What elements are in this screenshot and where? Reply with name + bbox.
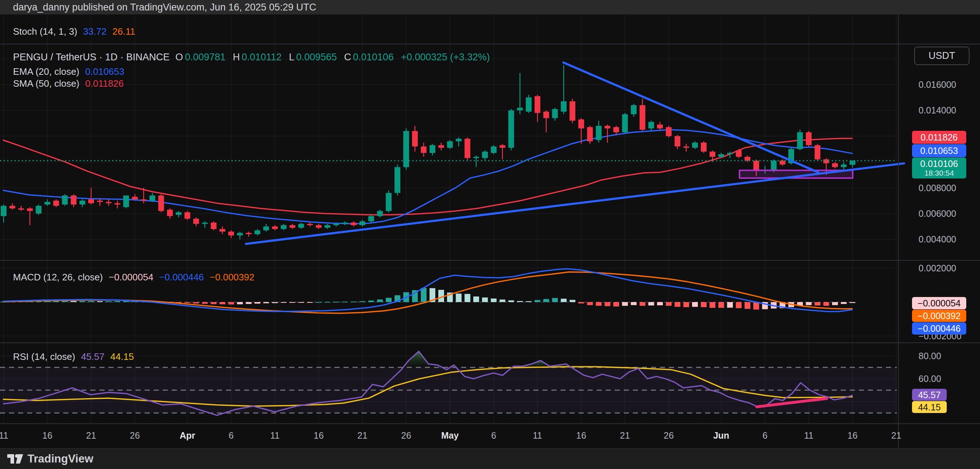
high-key: H bbox=[233, 52, 240, 63]
svg-text:0.008000: 0.008000 bbox=[918, 183, 956, 193]
tradingview-logo-icon bbox=[7, 453, 23, 465]
svg-text:26: 26 bbox=[401, 430, 411, 440]
ema-label: EMA (20, close) bbox=[13, 66, 80, 77]
close-value: 0.010106 bbox=[353, 52, 394, 63]
close-key: C bbox=[344, 52, 352, 63]
macd-line-value: −0.000446 bbox=[159, 272, 204, 283]
rsi-legend[interactable]: RSI (14, close) 45.57 44.15 bbox=[13, 351, 140, 363]
tradingview-wordmark: TradingView bbox=[27, 452, 93, 465]
svg-text:26: 26 bbox=[130, 430, 140, 440]
svg-text:0.006000: 0.006000 bbox=[918, 209, 956, 219]
svg-text:16: 16 bbox=[42, 430, 52, 440]
macd-histogram bbox=[1, 288, 855, 310]
macd-hist-value: −0.000054 bbox=[109, 272, 154, 283]
low-key: L bbox=[289, 52, 294, 63]
change-value: +0.000325 (+3.32%) bbox=[401, 52, 490, 63]
sma-label: SMA (50, close) bbox=[13, 78, 80, 89]
stoch-k-value: 33.72 bbox=[83, 26, 107, 37]
svg-text:21: 21 bbox=[86, 430, 96, 440]
svg-text:11: 11 bbox=[0, 430, 8, 440]
publish-line: darya_danny published on TradingView.com… bbox=[13, 2, 317, 13]
rsi-value: 45.57 bbox=[81, 351, 105, 363]
svg-text:0.016000: 0.016000 bbox=[918, 79, 956, 90]
sma-value: 0.011826 bbox=[85, 78, 124, 89]
ema20-line bbox=[3, 130, 853, 224]
svg-text:21: 21 bbox=[891, 430, 901, 440]
svg-text:Apr: Apr bbox=[180, 430, 195, 440]
high-value: 0.010112 bbox=[242, 52, 282, 63]
sma-legend[interactable]: SMA (50, close) 0.011826 bbox=[13, 78, 129, 89]
svg-text:0.004000: 0.004000 bbox=[918, 234, 956, 244]
svg-text:0.002000: 0.002000 bbox=[918, 263, 956, 273]
chart-canvas[interactable]: 0.0160000.0140000.0080000.0060000.004000… bbox=[0, 0, 980, 469]
svg-text:Jun: Jun bbox=[713, 430, 729, 440]
macd-legend[interactable]: MACD (12, 26, close) −0.000054 −0.000446… bbox=[13, 272, 260, 283]
time-axis-labels: 11162126Apr611162126May611162126Jun61116… bbox=[0, 430, 901, 440]
svg-text:21: 21 bbox=[357, 430, 368, 440]
svg-text:21: 21 bbox=[620, 430, 630, 440]
svg-text:−0.002000: −0.002000 bbox=[918, 331, 962, 341]
svg-text:16: 16 bbox=[847, 430, 858, 440]
svg-text:80.00: 80.00 bbox=[918, 351, 941, 361]
rsi-axis-labels: 80.0060.00 bbox=[918, 351, 941, 384]
ema-legend[interactable]: EMA (20, close) 0.010653 bbox=[13, 66, 130, 77]
svg-text:6: 6 bbox=[762, 430, 767, 440]
svg-text:60.00: 60.00 bbox=[918, 374, 941, 384]
symbol-legend[interactable]: PENGU / TetherUS · 1D · BINANCE O 0.0097… bbox=[13, 52, 496, 63]
svg-text:6: 6 bbox=[229, 430, 234, 440]
stoch-d-value: 26.11 bbox=[113, 26, 135, 37]
ascending-trendline bbox=[246, 163, 904, 244]
tradingview-footer[interactable]: TradingView bbox=[0, 448, 980, 469]
open-key: O bbox=[175, 52, 183, 63]
rsi-ma-value: 44.15 bbox=[110, 351, 134, 363]
usdt-button[interactable]: USDT bbox=[914, 47, 969, 65]
stoch-legend[interactable]: Stoch (14, 1, 3) 33.72 26.11 bbox=[13, 26, 141, 37]
svg-text:6: 6 bbox=[491, 430, 496, 440]
low-value: 0.009565 bbox=[296, 52, 337, 63]
svg-text:26: 26 bbox=[663, 430, 674, 440]
descending-trendline bbox=[563, 62, 818, 172]
svg-text:11: 11 bbox=[270, 430, 280, 440]
symbol-name: PENGU / TetherUS · 1D · BINANCE bbox=[13, 52, 170, 63]
publish-bar: darya_danny published on TradingView.com… bbox=[0, 0, 980, 14]
usdt-button-label: USDT bbox=[929, 50, 955, 62]
svg-text:16: 16 bbox=[576, 430, 586, 440]
rsi-label: RSI (14, close) bbox=[13, 351, 75, 363]
stoch-label: Stoch (14, 1, 3) bbox=[13, 26, 77, 37]
price-axis-labels: 0.0160000.0140000.0080000.0060000.004000 bbox=[918, 79, 956, 244]
macd-label: MACD (12, 26, close) bbox=[13, 272, 103, 283]
macd-axis-labels: 0.002000−0.002000 bbox=[918, 263, 962, 341]
sma50-line bbox=[3, 138, 853, 215]
open-value: 0.009781 bbox=[185, 52, 226, 63]
svg-text:11: 11 bbox=[804, 430, 813, 440]
ema-value: 0.010653 bbox=[85, 66, 124, 77]
svg-text:11: 11 bbox=[533, 430, 542, 440]
svg-text:May: May bbox=[441, 430, 459, 440]
svg-text:16: 16 bbox=[313, 430, 324, 440]
rsi-overbought-fill bbox=[403, 351, 571, 367]
macd-signal-value: −0.000392 bbox=[210, 272, 255, 283]
svg-text:0.014000: 0.014000 bbox=[918, 105, 956, 115]
